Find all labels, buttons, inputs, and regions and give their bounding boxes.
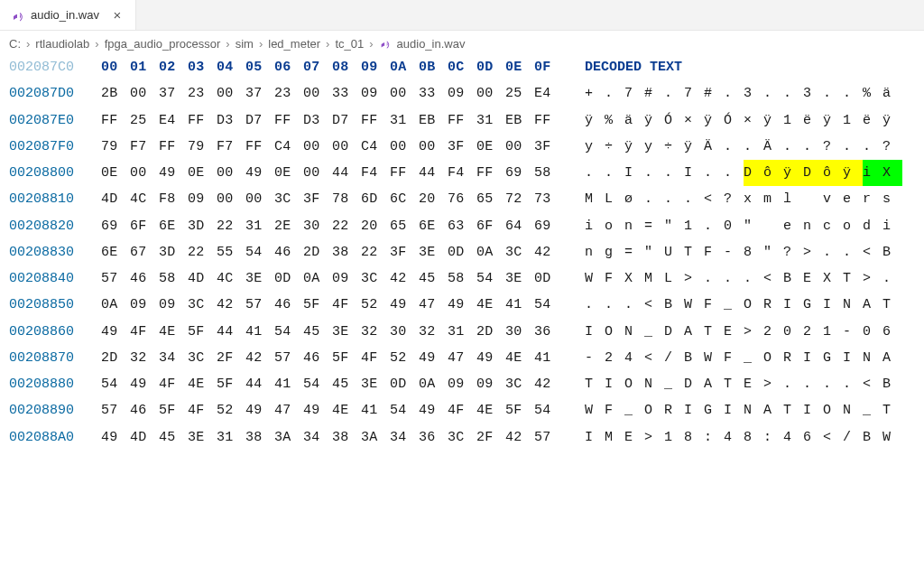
hex-byte[interactable]: 55 [217,239,245,265]
decoded-char[interactable]: . [843,371,863,397]
hex-row[interactable]: 0020889057465F4F524947494E4154494F4E5F54… [9,397,915,423]
hex-byte[interactable]: 49 [303,397,332,423]
decoded-char[interactable]: _ [744,345,763,371]
hex-byte[interactable]: 4D [130,424,159,451]
hex-byte[interactable]: 46 [130,265,159,292]
decoded-char[interactable]: Ä [704,134,724,160]
hex-byte[interactable]: 20 [419,186,448,212]
hex-byte[interactable]: 45 [159,424,188,451]
decoded-char[interactable]: Ó [724,107,744,134]
decoded-char[interactable]: > [863,265,882,292]
decoded-char[interactable]: . [624,292,644,318]
decoded-char[interactable]: E [803,265,823,292]
decoded-char[interactable]: W [585,265,605,292]
hex-byte[interactable]: 2B [101,80,130,107]
hex-byte[interactable]: 3F [534,134,563,160]
decoded-char[interactable]: L [605,186,624,212]
decoded-char[interactable]: L [664,265,684,292]
decoded-char[interactable]: D [744,160,763,186]
row-decoded[interactable]: IME>18:48:46</BW [585,424,919,451]
hex-byte[interactable]: 58 [448,265,476,292]
crumb[interactable]: tc_01 [335,37,364,51]
decoded-char[interactable]: R [783,345,803,371]
hex-viewer[interactable]: 002087C0 000102030405060708090A0B0C0D0E0… [0,54,924,460]
decoded-char[interactable]: F [704,292,724,318]
decoded-char[interactable]: B [863,424,882,451]
hex-byte[interactable]: 57 [101,397,130,423]
hex-byte[interactable]: 46 [130,397,159,423]
decoded-char[interactable]: N [644,371,664,397]
decoded-char[interactable]: . [605,292,624,318]
hex-byte[interactable]: 46 [303,345,332,371]
hex-byte[interactable]: 44 [245,371,274,397]
hex-byte[interactable]: 54 [303,371,332,397]
decoded-char[interactable]: ÿ [843,160,863,186]
decoded-char[interactable]: F [605,265,624,292]
decoded-char[interactable]: ø [624,186,644,212]
hex-byte[interactable]: 42 [534,239,563,265]
hex-byte[interactable]: 5F [188,319,217,345]
hex-byte[interactable]: 0E [274,160,303,186]
decoded-char[interactable]: O [624,371,644,397]
hex-byte[interactable]: 32 [130,345,159,371]
hex-byte[interactable]: 69 [505,160,534,186]
decoded-char[interactable]: > [744,319,763,345]
hex-byte[interactable]: 54 [534,292,563,318]
hex-byte[interactable]: 6E [159,213,188,239]
hex-byte[interactable]: F7 [130,134,159,160]
hex-byte[interactable]: 20 [361,213,390,239]
hex-byte[interactable]: 4E [159,319,188,345]
decoded-char[interactable]: 4 [624,345,644,371]
decoded-char[interactable]: " [664,213,684,239]
decoded-char[interactable]: T [585,371,605,397]
decoded-char[interactable]: O [823,397,843,423]
row-decoded[interactable]: ION_DATE>2021-06 [585,319,919,345]
crumb[interactable]: led_meter [268,37,320,51]
hex-byte[interactable]: 3C [448,424,476,451]
decoded-char[interactable]: A [863,292,882,318]
decoded-char[interactable]: T [684,239,704,265]
hex-byte[interactable]: 41 [534,345,563,371]
decoded-char[interactable]: N [843,292,863,318]
decoded-char[interactable]: ë [863,107,882,134]
hex-byte[interactable]: 2D [101,345,130,371]
hex-byte[interactable]: 3C [188,345,217,371]
hex-byte[interactable]: 31 [390,107,419,134]
decoded-char[interactable]: M [585,186,605,212]
hex-byte[interactable]: 2F [476,424,505,451]
decoded-char[interactable]: W [684,292,704,318]
row-bytes[interactable]: 57465F4F524947494E4154494F4E5F54 [101,397,572,423]
decoded-char[interactable]: I [843,345,863,371]
hex-byte[interactable]: 45 [419,265,448,292]
hex-byte[interactable]: 37 [159,80,188,107]
hex-byte[interactable]: 2F [217,345,245,371]
hex-byte[interactable]: 0E [188,160,217,186]
decoded-char[interactable]: . [664,80,684,107]
decoded-char[interactable]: T [882,397,902,423]
hex-byte[interactable]: 30 [390,319,419,345]
hex-byte[interactable]: 31 [217,424,245,451]
hex-byte[interactable]: 44 [332,160,361,186]
decoded-char[interactable]: ? [783,239,803,265]
decoded-char[interactable]: > [684,265,704,292]
hex-byte[interactable]: 79 [188,134,217,160]
hex-byte[interactable]: 57 [101,265,130,292]
row-bytes[interactable]: 494F4E5F444154453E323032312D3036 [101,319,572,345]
decoded-char[interactable]: N [744,397,763,423]
decoded-char[interactable]: ô [823,160,843,186]
decoded-char[interactable]: N [624,319,644,345]
row-decoded[interactable]: WF_ORIGINATION_T [585,397,919,423]
decoded-char[interactable]: 8 [744,424,763,451]
decoded-char[interactable]: ë [803,107,823,134]
hex-byte[interactable]: D7 [332,107,361,134]
hex-byte[interactable]: F8 [159,186,188,212]
decoded-char[interactable]: ÿ [585,107,605,134]
hex-byte[interactable]: 54 [534,397,563,423]
decoded-char[interactable]: < [763,265,783,292]
hex-byte[interactable]: 49 [245,397,274,423]
decoded-char[interactable]: ? [823,134,843,160]
decoded-char[interactable]: . [763,80,783,107]
crumb[interactable]: fpga_audio_processor [105,37,221,51]
decoded-char[interactable]: _ [644,319,664,345]
hex-byte[interactable]: 58 [534,160,563,186]
